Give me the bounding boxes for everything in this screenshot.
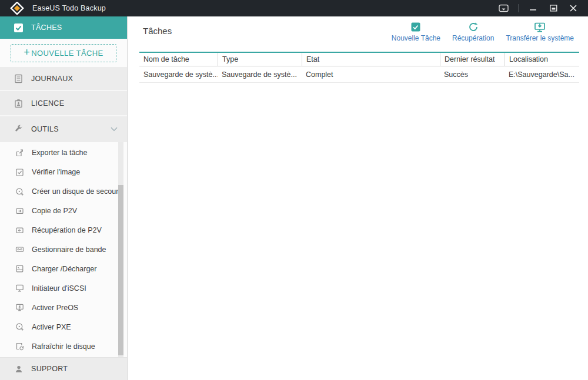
logs-icon (14, 74, 24, 83)
submenu-item-tape-manager[interactable]: Gestionnaire de bande (0, 240, 127, 260)
submenu-item-label: Récupération de P2V (32, 226, 102, 234)
new-task-action-button[interactable]: Nouvelle Tâche (390, 22, 442, 42)
action-label: Nouvelle Tâche (392, 34, 440, 42)
submenu-item-iscsi-initiator[interactable]: Initiateur d'iSCSI (0, 278, 127, 298)
sidebar-item-label: OUTILS (31, 125, 59, 133)
cell-task-type: Sauvegarde de systè... (218, 66, 302, 82)
titlebar: EaseUS Todo Backup (0, 0, 588, 16)
sidebar-item-label: LICENCE (31, 99, 64, 107)
license-icon (14, 99, 24, 108)
p2v-recovery-icon (15, 226, 24, 235)
verify-image-icon (15, 168, 24, 177)
column-header-type[interactable]: Type (218, 53, 302, 66)
toolbar-actions: Nouvelle Tâche Récupération (390, 22, 575, 42)
new-task-button[interactable]: + NOUVELLE TÂCHE (11, 44, 116, 62)
sidebar: TÂCHES + NOUVELLE TÂCHE JOURNAUX (0, 16, 128, 380)
column-header-location[interactable]: Localisation (505, 53, 579, 66)
submenu-item-label: Créer un disque de secours (32, 187, 122, 196)
table-header: Nom de tâche Type Etat Dernier résultat … (139, 53, 579, 66)
new-task-button-label: NOUVELLE TÂCHE (31, 49, 103, 58)
refresh-disk-icon (15, 342, 24, 351)
submenu-item-label: Copie de P2V (32, 207, 77, 215)
sidebar-scrollbar-thumb[interactable] (118, 185, 123, 355)
chevron-down-icon (111, 127, 118, 132)
submenu-item-label: Gestionnaire de bande (32, 246, 106, 254)
sidebar-item-tasks[interactable]: TÂCHES (0, 16, 127, 39)
plus-icon: + (24, 47, 30, 58)
column-header-state[interactable]: Etat (302, 53, 440, 66)
easeus-logo-icon (10, 2, 24, 15)
column-header-last-result[interactable]: Dernier résultat (440, 53, 505, 66)
column-header-name[interactable]: Nom de tâche (139, 53, 218, 66)
cell-task-state: Complet (302, 66, 440, 82)
support-person-icon (14, 365, 24, 374)
export-task-icon (15, 149, 24, 157)
submenu-item-rescue-disk[interactable]: Créer un disque de secours (0, 182, 127, 201)
new-task-icon (410, 22, 421, 32)
enable-pxe-icon (15, 322, 24, 331)
sidebar-item-tools[interactable]: OUTILS (0, 116, 127, 142)
recovery-icon (468, 22, 479, 32)
submenu-item-mount-unmount[interactable]: Charger /Décharger (0, 259, 127, 278)
submenu-item-label: Vérifier l'image (32, 168, 80, 176)
tools-wrench-icon (14, 125, 24, 134)
submenu-item-label: Activer PreOS (32, 304, 78, 312)
submenu-item-label: Charger /Décharger (32, 265, 96, 273)
close-button[interactable] (563, 0, 583, 16)
maximize-button[interactable] (543, 0, 563, 16)
submenu-item-label: Rafraîchir le disque (32, 342, 95, 351)
sidebar-item-label: SUPPORT (31, 365, 68, 373)
tape-manager-icon (15, 245, 24, 254)
sidebar-scrollbar[interactable] (118, 142, 123, 357)
window-title: EaseUS Todo Backup (32, 4, 106, 12)
tasks-table: Nom de tâche Type Etat Dernier résultat … (139, 52, 579, 83)
submenu-item-label: Initiateur d'iSCSI (32, 284, 86, 292)
submenu-item-refresh-disk[interactable]: Rafraîchir le disque (0, 337, 127, 356)
submenu-item-enable-preos[interactable]: Activer PreOS (0, 298, 127, 317)
submenu-item-verify-image[interactable]: Vérifier l'image (0, 163, 127, 182)
iscsi-initiator-icon (15, 284, 24, 292)
new-task-section: + NOUVELLE TÂCHE (0, 39, 127, 67)
recovery-action-button[interactable]: Récupération (451, 22, 495, 42)
cell-task-name: Sauvegarde de systè... (139, 66, 218, 82)
cell-last-result: Succès (440, 66, 505, 82)
minimize-to-tray-button[interactable] (493, 0, 513, 16)
main-content: Tâches Nouvelle Tâche Réc (128, 16, 588, 380)
enable-preos-icon (15, 303, 24, 312)
sidebar-item-label: JOURNAUX (31, 75, 73, 83)
transfer-system-icon (534, 22, 546, 32)
table-row[interactable]: Sauvegarde de systè... Sauvegarde de sys… (139, 66, 579, 83)
sidebar-item-logs[interactable]: JOURNAUX (0, 67, 127, 91)
sidebar-item-support[interactable]: SUPPORT (0, 357, 127, 380)
minimize-button[interactable] (523, 0, 543, 16)
page-title: Tâches (143, 26, 172, 36)
submenu-item-label: Exporter la tâche (32, 149, 88, 157)
tools-submenu: Exporter la tâche Vérifier l'image (0, 142, 127, 357)
p2v-copy-icon (15, 207, 24, 216)
submenu-item-enable-pxe[interactable]: Activer PXE (0, 317, 127, 337)
rescue-disk-icon (15, 187, 24, 196)
submenu-item-p2v-copy[interactable]: Copie de P2V (0, 201, 127, 221)
sidebar-item-label: TÂCHES (31, 23, 62, 32)
cell-location: E:\Sauvegarde\Sa... (505, 66, 579, 82)
submenu-item-label: Activer PXE (32, 323, 71, 331)
tasks-check-icon (14, 23, 24, 33)
action-label: Récupération (452, 34, 494, 42)
sidebar-item-license[interactable]: LICENCE (0, 91, 127, 116)
transfer-system-action-button[interactable]: Transférer le système (505, 22, 575, 42)
action-label: Transférer le système (506, 34, 574, 42)
mount-unmount-icon (15, 264, 24, 273)
submenu-item-export-task[interactable]: Exporter la tâche (0, 143, 127, 163)
submenu-item-p2v-recovery[interactable]: Récupération de P2V (0, 221, 127, 240)
titlebar-separator (518, 4, 519, 12)
